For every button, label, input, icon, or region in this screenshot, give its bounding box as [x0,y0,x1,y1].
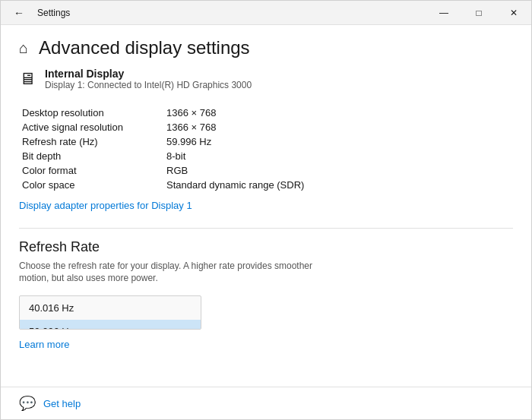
refresh-rate-label: Refresh rate (Hz) [22,136,166,147]
learn-more-link[interactable]: Learn more [19,339,513,350]
divider [19,228,513,229]
bit-depth-value: 8-bit [166,150,185,162]
info-row-bit-depth: Bit depth 8-bit [22,149,513,163]
window-controls: — □ ✕ [426,1,531,25]
desktop-resolution-value: 1366 × 768 [166,107,216,118]
monitor-icon: 🖥 [19,69,36,89]
bit-depth-label: Bit depth [22,150,166,162]
display-subtitle: Display 1: Connected to Intel(R) HD Grap… [45,80,252,90]
get-help-link[interactable]: Get help [43,398,81,409]
close-button[interactable]: ✕ [496,1,531,25]
home-icon: ⌂ [19,39,28,57]
info-row-desktop-resolution: Desktop resolution 1366 × 768 [22,106,513,120]
refresh-rate-description: Choose the refresh rate for your display… [19,260,323,286]
refresh-rate-value: 59.996 Hz [166,136,211,147]
desktop-resolution-label: Desktop resolution [22,107,166,118]
info-row-color-format: Color format RGB [22,163,513,178]
back-button[interactable]: ← [7,1,31,25]
title-bar-left: ← Settings [7,1,70,25]
footer: 💬 Get help [1,387,531,419]
display-name: Internal Display [45,68,252,80]
adapter-link[interactable]: Display adapter properties for Display 1 [19,200,513,211]
color-format-value: RGB [166,165,188,176]
page-title: Advanced display settings [39,37,250,58]
info-table: Desktop resolution 1366 × 768 Active sig… [22,106,513,192]
color-space-value: Standard dynamic range (SDR) [166,179,304,191]
window-title: Settings [37,8,70,18]
maximize-button[interactable]: □ [461,1,496,25]
color-format-label: Color format [22,165,166,176]
get-help-icon: 💬 [19,395,36,412]
color-space-label: Color space [22,179,166,191]
settings-window: ← Settings — □ ✕ ⌂ Advanced display sett… [0,0,532,420]
refresh-rate-section-title: Refresh Rate [19,239,513,255]
refresh-rate-list: 40.016 Hz 59.996 Hz [19,295,201,330]
page-header: ⌂ Advanced display settings [19,25,513,68]
display-section: 🖥 Internal Display Display 1: Connected … [19,68,513,96]
info-row-color-space: Color space Standard dynamic range (SDR) [22,178,513,192]
active-signal-label: Active signal resolution [22,122,166,133]
active-signal-value: 1366 × 768 [166,122,216,133]
refresh-rate-option-1[interactable]: 59.996 Hz [20,320,201,330]
back-icon: ← [14,7,24,19]
display-info: Internal Display Display 1: Connected to… [45,68,252,90]
minimize-button[interactable]: — [426,1,461,25]
title-bar: ← Settings — □ ✕ [1,1,531,25]
info-row-active-signal: Active signal resolution 1366 × 768 [22,120,513,134]
main-content: ⌂ Advanced display settings 🖥 Internal D… [1,25,531,387]
refresh-rate-option-0[interactable]: 40.016 Hz [20,296,201,320]
info-row-refresh-rate: Refresh rate (Hz) 59.996 Hz [22,134,513,149]
